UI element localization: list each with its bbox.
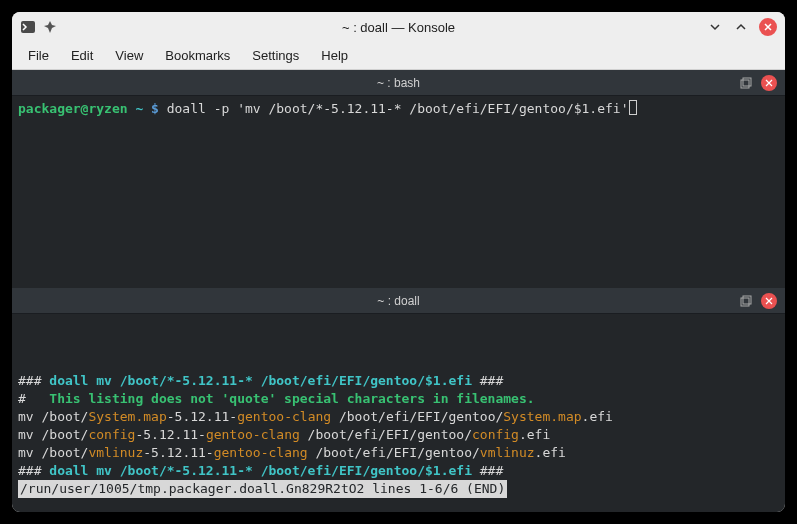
tab-close-bottom[interactable]: [761, 293, 777, 309]
output-line-file: System.map: [88, 409, 166, 424]
output-line-file: vmlinuz: [88, 445, 143, 460]
output-line-post2: .efi: [519, 427, 550, 442]
output-line-post2: .efi: [535, 445, 566, 460]
output-line-file: config: [88, 427, 135, 442]
cursor-icon: [629, 100, 637, 115]
output-note-prefix: #: [18, 391, 49, 406]
output-line-post1: /boot/efi/EFI/gentoo/: [308, 445, 480, 460]
pager-status: /run/user/1005/tmp.packager.doall.Gn829R…: [18, 480, 507, 498]
output-line-mid: -5.12.11-: [143, 445, 213, 460]
output-line-file2: vmlinuz: [480, 445, 535, 460]
output-footer-close: ###: [472, 463, 503, 478]
output-header-open: ###: [18, 373, 49, 388]
detach-icon[interactable]: [739, 294, 753, 308]
output-footer-cmd: doall mv /boot/*-5.12.11-* /boot/efi/EFI…: [49, 463, 472, 478]
output-line-post1: /boot/efi/EFI/gentoo/: [331, 409, 503, 424]
titlebar[interactable]: ~ : doall — Konsole: [12, 12, 785, 42]
titlebar-left: [20, 19, 58, 35]
output-footer-open: ###: [18, 463, 49, 478]
maximize-button[interactable]: [733, 19, 749, 35]
svg-rect-1: [741, 80, 749, 88]
konsole-window: ~ : doall — Konsole File Edit View Bookm…: [12, 12, 785, 512]
output-line-suffix: gentoo-clang: [214, 445, 308, 460]
output-line-pre: mv /boot/: [18, 427, 88, 442]
tab-label-top: ~ : bash: [377, 76, 420, 90]
tabbar-top[interactable]: ~ : bash: [12, 70, 785, 96]
prompt-symbol: $: [151, 101, 159, 116]
terminal-pane-bottom[interactable]: ### doall mv /boot/*-5.12.11-* /boot/efi…: [12, 314, 785, 512]
menu-edit[interactable]: Edit: [61, 44, 103, 67]
command-text: doall -p 'mv /boot/*-5.12.11-* /boot/efi…: [167, 101, 629, 116]
menu-help[interactable]: Help: [311, 44, 358, 67]
terminal-pane-top[interactable]: packager@ryzen ~ $ doall -p 'mv /boot/*-…: [12, 96, 785, 288]
window-title: ~ : doall — Konsole: [342, 20, 455, 35]
output-line-post1: /boot/efi/EFI/gentoo/: [300, 427, 472, 442]
menu-settings[interactable]: Settings: [242, 44, 309, 67]
output-line-suffix: gentoo-clang: [206, 427, 300, 442]
menu-file[interactable]: File: [18, 44, 59, 67]
tab-label-bottom: ~ : doall: [377, 294, 419, 308]
menubar: File Edit View Bookmarks Settings Help: [12, 42, 785, 70]
close-button[interactable]: [759, 18, 777, 36]
svg-rect-3: [741, 298, 749, 306]
output-header-cmd: doall mv /boot/*-5.12.11-* /boot/efi/EFI…: [49, 373, 472, 388]
output-line-file2: System.map: [503, 409, 581, 424]
pin-icon[interactable]: [42, 19, 58, 35]
prompt-user-host: packager@ryzen: [18, 101, 128, 116]
tab-controls-bottom: [739, 293, 781, 309]
output-note: This listing does not 'quote' special ch…: [49, 391, 534, 406]
detach-icon[interactable]: [739, 76, 753, 90]
titlebar-controls: [707, 18, 777, 36]
minimize-button[interactable]: [707, 19, 723, 35]
tab-controls-top: [739, 75, 781, 91]
menu-bookmarks[interactable]: Bookmarks: [155, 44, 240, 67]
prompt-cwd: ~: [135, 101, 143, 116]
output-line-post2: .efi: [582, 409, 613, 424]
svg-rect-2: [743, 78, 751, 86]
output-line-mid: -5.12.11-: [135, 427, 205, 442]
menu-view[interactable]: View: [105, 44, 153, 67]
output-line-pre: mv /boot/: [18, 409, 88, 424]
output-line-pre: mv /boot/: [18, 445, 88, 460]
output-line-suffix: gentoo-clang: [237, 409, 331, 424]
svg-rect-0: [21, 21, 35, 33]
tabbar-bottom[interactable]: ~ : doall: [12, 288, 785, 314]
output-header-close: ###: [472, 373, 503, 388]
output-line-file2: config: [472, 427, 519, 442]
svg-rect-4: [743, 296, 751, 304]
output-line-mid: -5.12.11-: [167, 409, 237, 424]
app-icon: [20, 19, 36, 35]
tab-close-top[interactable]: [761, 75, 777, 91]
